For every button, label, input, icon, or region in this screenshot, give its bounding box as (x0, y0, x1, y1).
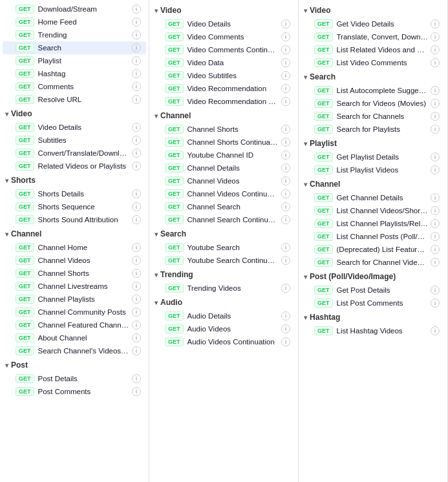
info-icon[interactable]: i (431, 193, 440, 202)
info-icon[interactable]: i (132, 43, 141, 52)
section-header[interactable]: ▾Shorts (0, 173, 149, 187)
info-icon[interactable]: i (281, 19, 290, 28)
info-icon[interactable]: i (431, 206, 440, 215)
endpoint-row[interactable]: GETChannel Videosi (152, 174, 295, 187)
info-icon[interactable]: i (132, 30, 141, 39)
section-header[interactable]: ▾Post (0, 357, 149, 372)
section-header[interactable]: ▾Video (0, 106, 149, 121)
info-icon[interactable]: i (132, 17, 141, 26)
endpoint-row[interactable]: GETCommentsi (3, 80, 146, 93)
info-icon[interactable]: i (132, 374, 141, 383)
endpoint-row[interactable]: GETChannel Homei (3, 241, 146, 254)
info-icon[interactable]: i (281, 256, 290, 265)
info-icon[interactable]: i (132, 82, 141, 91)
endpoint-row[interactable]: GETList Channel Posts (Poll/Video...i (301, 230, 445, 243)
endpoint-row[interactable]: GETVideo Recommendation Conti...i (152, 95, 295, 108)
section-header[interactable]: ▾Channel (149, 108, 298, 123)
section-header[interactable]: ▾Audio (149, 295, 298, 309)
endpoint-row[interactable]: GETSearch for Videos (Movies)i (301, 97, 445, 110)
endpoint-row[interactable]: GETYoutube Searchi (152, 241, 295, 254)
info-icon[interactable]: i (132, 136, 141, 145)
endpoint-row[interactable]: GETChannel Videosi (3, 254, 146, 267)
endpoint-row[interactable]: GETResolve URLi (3, 93, 146, 106)
info-icon[interactable]: i (132, 215, 141, 224)
endpoint-row[interactable]: GETList Channel Videos/Shorts/Livei (301, 204, 445, 217)
info-icon[interactable]: i (431, 232, 440, 241)
endpoint-row[interactable]: GETDownload/Streami (3, 3, 146, 16)
info-icon[interactable]: i (281, 176, 290, 185)
info-icon[interactable]: i (281, 202, 290, 211)
endpoint-row[interactable]: GETTranslate, Convert, Download ...i (301, 30, 445, 43)
endpoint-row[interactable]: GETList Related Videos and Playlistsi (301, 43, 445, 56)
endpoint-row[interactable]: GETConvert/Translate/Download ...i (3, 147, 146, 160)
endpoint-row[interactable]: GETYoutube Search Continuationi (152, 254, 295, 267)
section-header[interactable]: ▾Search (299, 69, 447, 84)
section-header[interactable]: ▾Hashtag (299, 309, 447, 324)
info-icon[interactable]: i (281, 243, 290, 252)
endpoint-row[interactable]: GETList Playlist Videosi (301, 163, 445, 176)
info-icon[interactable]: i (431, 219, 440, 228)
endpoint-row[interactable]: GETVideo Comments Continuationi (152, 43, 295, 56)
endpoint-row[interactable]: GETGet Channel Detailsi (301, 191, 445, 204)
info-icon[interactable]: i (132, 269, 141, 278)
endpoint-row[interactable]: GETVideo Detailsi (152, 17, 295, 30)
info-icon[interactable]: i (431, 326, 440, 335)
endpoint-row[interactable]: GETSearchi (3, 41, 146, 54)
endpoint-row[interactable]: GETChannel Featured Channelsi (3, 319, 146, 331)
info-icon[interactable]: i (132, 5, 141, 14)
endpoint-row[interactable]: GETHome Feedi (3, 16, 146, 28)
info-icon[interactable]: i (132, 162, 141, 171)
endpoint-row[interactable]: GETAudio Detailsi (152, 309, 295, 322)
endpoint-row[interactable]: GETList Autocomplete Suggestionsi (301, 84, 445, 97)
info-icon[interactable]: i (431, 258, 440, 267)
info-icon[interactable]: i (132, 243, 141, 252)
endpoint-row[interactable]: GETChannel Shortsi (3, 267, 146, 280)
endpoint-row[interactable]: GETPlaylisti (3, 54, 146, 67)
endpoint-row[interactable]: GETHashtagi (3, 67, 146, 80)
endpoint-row[interactable]: GETYoutube Channel IDi (152, 149, 295, 162)
info-icon[interactable]: i (431, 245, 440, 254)
info-icon[interactable]: i (281, 58, 290, 67)
endpoint-row[interactable]: GETShorts Detailsi (3, 187, 146, 200)
endpoint-row[interactable]: GETChannel Searchi (152, 200, 295, 213)
endpoint-row[interactable]: GETGet Video Detailsi (301, 17, 445, 30)
section-header[interactable]: ▾Channel (0, 226, 149, 241)
info-icon[interactable]: i (281, 138, 290, 147)
info-icon[interactable]: i (431, 165, 440, 174)
endpoint-row[interactable]: GETVideo Recommendationi (152, 82, 295, 95)
endpoint-row[interactable]: GETAudio Videos Continuationi (152, 335, 295, 348)
endpoint-row[interactable]: GETList Hashtag Videosi (301, 324, 445, 337)
info-icon[interactable]: i (281, 125, 290, 134)
section-header[interactable]: ▾Post (Poll/Video/Image) (299, 269, 447, 284)
info-icon[interactable]: i (431, 152, 440, 162)
info-icon[interactable]: i (281, 311, 290, 320)
info-icon[interactable]: i (281, 32, 290, 41)
endpoint-row[interactable]: GETChannel Videos Continuationi (152, 187, 295, 200)
info-icon[interactable]: i (431, 45, 440, 54)
section-header[interactable]: ▾Playlist (299, 136, 447, 151)
info-icon[interactable]: i (132, 282, 141, 291)
info-icon[interactable]: i (132, 333, 141, 342)
endpoint-row[interactable]: GETChannel Search Continuationi (152, 213, 295, 226)
endpoint-row[interactable]: GETShorts Sequencei (3, 200, 146, 213)
info-icon[interactable]: i (431, 125, 440, 134)
info-icon[interactable]: i (431, 19, 440, 28)
endpoint-row[interactable]: GETAbout Channeli (3, 331, 146, 344)
endpoint-row[interactable]: GETChannel Playlistsi (3, 293, 146, 306)
section-header[interactable]: ▾Video (149, 3, 298, 17)
section-header[interactable]: ▾Trending (149, 267, 298, 282)
endpoint-row[interactable]: GETSearch for Channelsi (301, 110, 445, 123)
endpoint-row[interactable]: GETList Video Commentsi (301, 56, 445, 69)
info-icon[interactable]: i (132, 387, 141, 396)
endpoint-row[interactable]: GETChannel Detailsi (152, 162, 295, 174)
endpoint-row[interactable]: GETChannel Shorts Continuationi (152, 136, 295, 149)
info-icon[interactable]: i (132, 308, 141, 317)
info-icon[interactable]: i (132, 202, 141, 211)
endpoint-row[interactable]: GETVideo Subtitlesi (152, 69, 295, 82)
info-icon[interactable]: i (431, 299, 440, 308)
section-header[interactable]: ▾Video (299, 3, 447, 17)
endpoint-row[interactable]: GETSearch for Channel Videos an...i (301, 256, 445, 269)
endpoint-row[interactable]: GETVideo Commentsi (152, 30, 295, 43)
info-icon[interactable]: i (281, 215, 290, 224)
info-icon[interactable]: i (132, 123, 141, 132)
